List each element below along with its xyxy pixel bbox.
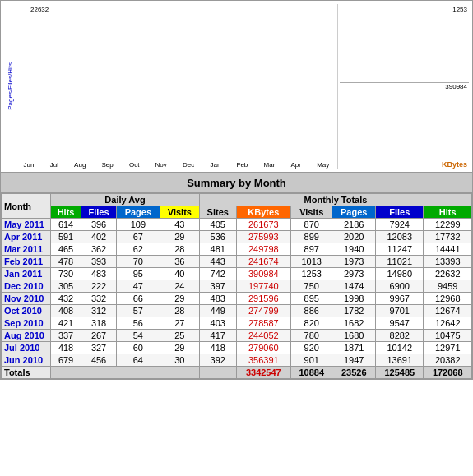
cell-kbytes: 278587 <box>236 317 291 330</box>
cell-pages2: 1871 <box>332 342 376 354</box>
cell-month[interactable]: Apr 2011 <box>2 231 51 243</box>
cell-month[interactable]: Feb 2011 <box>2 256 51 268</box>
cell-visits2: 899 <box>291 231 332 243</box>
cell-files2: 6900 <box>376 280 424 293</box>
totals-empty2 <box>200 367 237 379</box>
cell-visits2: 820 <box>291 317 332 330</box>
cell-hits: 408 <box>51 305 81 317</box>
cell-hits2: 12674 <box>424 305 472 317</box>
th-pages2: Pages <box>332 206 376 219</box>
totals-label: Totals <box>2 367 51 379</box>
cell-hits2: 17732 <box>424 231 472 243</box>
month-link[interactable]: Nov 2010 <box>4 293 44 303</box>
cell-month[interactable]: Dec 2010 <box>2 280 51 293</box>
totals-files: 125485 <box>376 367 424 379</box>
cell-files2: 8282 <box>376 330 424 342</box>
cell-month[interactable]: Oct 2010 <box>2 305 51 317</box>
cell-sites: 536 <box>200 231 237 243</box>
cell-kbytes: 244052 <box>236 330 291 342</box>
th-daily-avg: Daily Avg <box>51 194 200 206</box>
cell-month[interactable]: May 2011 <box>2 219 51 231</box>
cell-visits2: 920 <box>291 342 332 354</box>
cell-files2: 9701 <box>376 305 424 317</box>
cell-files2: 10142 <box>376 342 424 354</box>
cell-hits: 418 <box>51 342 81 354</box>
cell-pages2: 1782 <box>332 305 376 317</box>
cell-pages2: 2186 <box>332 219 376 231</box>
th-kbytes: KBytes <box>236 206 291 219</box>
cell-pages2: 1680 <box>332 330 376 342</box>
th-visits: Visits <box>160 206 199 219</box>
cell-files2: 12083 <box>376 231 424 243</box>
cell-visits: 40 <box>160 268 199 280</box>
month-link[interactable]: Feb 2011 <box>4 256 43 266</box>
table-row: Jan 201173048395407423909841253297314980… <box>2 268 472 280</box>
x-label-jan: Jan <box>210 161 220 169</box>
cell-hits2: 12642 <box>424 317 472 330</box>
cell-kbytes: 291596 <box>236 293 291 305</box>
cell-visits: 25 <box>160 330 199 342</box>
cell-visits2: 780 <box>291 330 332 342</box>
x-label-aug: Aug <box>74 161 86 169</box>
th-hits: Hits <box>51 206 81 219</box>
cell-pages2: 1474 <box>332 280 376 293</box>
cell-files: 362 <box>81 243 117 256</box>
cell-pages: 47 <box>117 280 160 293</box>
chart-container: Pages/Files/Hits 22632 <box>0 0 473 173</box>
cell-hits2: 20382 <box>424 354 472 367</box>
cell-sites: 403 <box>200 317 237 330</box>
cell-kbytes: 356391 <box>236 354 291 367</box>
month-link[interactable]: Oct 2010 <box>4 306 42 316</box>
cell-hits: 465 <box>51 243 81 256</box>
cell-hits: 730 <box>51 268 81 280</box>
cell-hits2: 12971 <box>424 342 472 354</box>
month-link[interactable]: Apr 2011 <box>4 232 42 242</box>
cell-pages: 54 <box>117 330 160 342</box>
table-row: Mar 201146536262284812497988971940112471… <box>2 243 472 256</box>
month-link[interactable]: Aug 2010 <box>4 330 44 340</box>
cell-files: 332 <box>81 293 117 305</box>
cell-visits: 28 <box>160 305 199 317</box>
y-axis-max: 22632 <box>30 6 49 13</box>
cell-pages: 70 <box>117 256 160 268</box>
cell-visits: 27 <box>160 317 199 330</box>
y-axis-right-mid: 390984 <box>445 83 467 90</box>
totals-hits: 172068 <box>424 367 472 379</box>
totals-row: Totals 3342547 10884 23526 125485 172068 <box>2 367 472 379</box>
cell-month[interactable]: Jan 2011 <box>2 268 51 280</box>
table-row: Apr 201159140267295362759938992020120831… <box>2 231 472 243</box>
cell-kbytes: 261673 <box>236 219 291 231</box>
month-link[interactable]: Dec 2010 <box>4 281 44 291</box>
cell-kbytes: 274799 <box>236 305 291 317</box>
cell-month[interactable]: Aug 2010 <box>2 330 51 342</box>
th-pages: Pages <box>117 206 160 219</box>
cell-visits2: 886 <box>291 305 332 317</box>
cell-pages: 64 <box>117 354 160 367</box>
month-link[interactable]: Mar 2011 <box>4 244 43 254</box>
cell-month[interactable]: Nov 2010 <box>2 293 51 305</box>
cell-hits2: 14441 <box>424 243 472 256</box>
cell-sites: 443 <box>200 256 237 268</box>
cell-month[interactable]: Jul 2010 <box>2 342 51 354</box>
cell-pages: 62 <box>117 243 160 256</box>
totals-pages: 23526 <box>332 367 376 379</box>
cell-sites: 418 <box>200 342 237 354</box>
cell-visits2: 750 <box>291 280 332 293</box>
month-link[interactable]: Jun 2010 <box>4 355 43 365</box>
month-link[interactable]: May 2011 <box>4 220 44 229</box>
cell-hits2: 12299 <box>424 219 472 231</box>
cell-month[interactable]: Jun 2010 <box>2 354 51 367</box>
cell-sites: 397 <box>200 280 237 293</box>
table-title: Summary by Month <box>1 173 472 193</box>
month-link[interactable]: Sep 2010 <box>4 318 44 328</box>
y-axis-right-max: 1253 <box>452 6 467 13</box>
cell-visits2: 870 <box>291 219 332 231</box>
month-link[interactable]: Jan 2011 <box>4 269 42 279</box>
cell-month[interactable]: Sep 2010 <box>2 317 51 330</box>
cell-pages: 66 <box>117 293 160 305</box>
cell-month[interactable]: Mar 2011 <box>2 243 51 256</box>
cell-files2: 9547 <box>376 317 424 330</box>
th-monthly-totals: Monthly Totals <box>200 194 472 206</box>
cell-visits2: 901 <box>291 354 332 367</box>
month-link[interactable]: Jul 2010 <box>4 343 39 353</box>
